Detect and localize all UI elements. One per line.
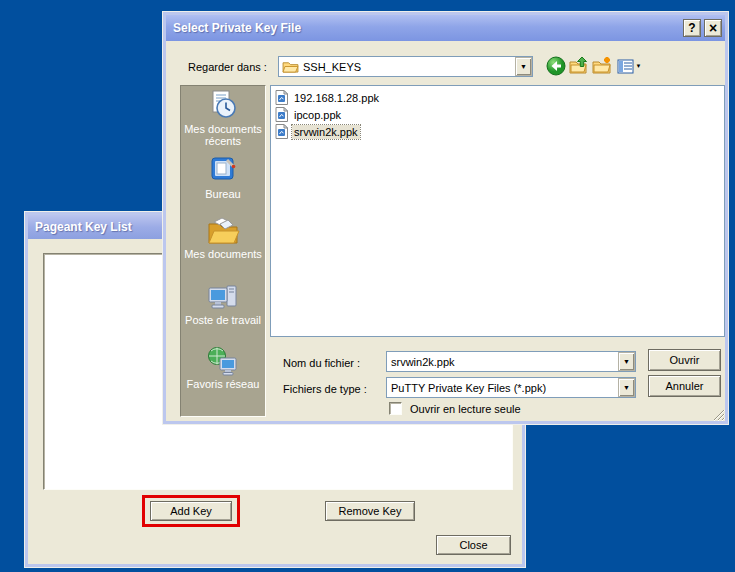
- place-label: Mes documents: [184, 248, 262, 260]
- annotation-red-box: Add Key: [142, 495, 240, 527]
- place-recent-documents[interactable]: Mes documents récents: [181, 89, 265, 147]
- chevron-down-icon[interactable]: ▼: [618, 352, 635, 371]
- desktop-icon: [207, 154, 239, 186]
- add-key-button[interactable]: Add Key: [150, 501, 232, 521]
- read-only-checkbox[interactable]: [389, 402, 402, 415]
- recent-documents-icon: [207, 89, 239, 121]
- place-label: Poste de travail: [185, 314, 261, 326]
- file-name: 192.168.1.28.ppk: [292, 91, 381, 105]
- back-icon[interactable]: [545, 55, 567, 77]
- read-only-label: Ouvrir en lecture seule: [410, 403, 521, 415]
- network-places-icon: [207, 346, 239, 376]
- ppk-file-icon: [275, 107, 288, 122]
- file-row[interactable]: 192.168.1.28.ppk: [273, 89, 722, 106]
- chevron-down-icon[interactable]: ▼: [515, 57, 532, 76]
- file-name: srvwin2k.ppk: [292, 125, 360, 139]
- close-icon[interactable]: ×: [704, 19, 722, 37]
- place-network[interactable]: Favoris réseau: [181, 346, 265, 390]
- place-my-computer[interactable]: Poste de travail: [181, 282, 265, 326]
- file-name-value: srvwin2k.ppk: [391, 356, 455, 368]
- places-bar: Mes documents récents Bureau: [180, 85, 266, 417]
- place-desktop[interactable]: Bureau: [181, 154, 265, 200]
- close-button[interactable]: Close: [436, 535, 511, 555]
- chevron-down-icon: ▼: [636, 63, 642, 69]
- dialog-title: Select Private Key File: [173, 21, 301, 35]
- file-type-combobox[interactable]: PuTTY Private Key Files (*.ppk) ▼: [386, 377, 636, 398]
- file-row[interactable]: ipcop.ppk: [273, 106, 722, 123]
- place-my-documents[interactable]: Mes documents: [181, 216, 265, 260]
- file-type-value: PuTTY Private Key Files (*.ppk): [391, 382, 546, 394]
- new-folder-icon[interactable]: [591, 55, 613, 77]
- cancel-button[interactable]: Annuler: [648, 375, 721, 397]
- place-label: Favoris réseau: [187, 378, 260, 390]
- look-in-value: SSH_KEYS: [303, 61, 361, 73]
- help-button[interactable]: ?: [683, 19, 701, 37]
- file-type-label: Fichiers de type :: [283, 383, 367, 395]
- dialog-content: Regarder dans : SSH_KEYS ▼: [169, 44, 722, 418]
- look-in-combobox[interactable]: SSH_KEYS ▼: [278, 56, 533, 77]
- views-menu-icon[interactable]: ▼: [615, 55, 643, 77]
- remove-key-button[interactable]: Remove Key: [325, 501, 415, 521]
- look-in-label: Regarder dans :: [188, 61, 267, 73]
- file-list[interactable]: 192.168.1.28.ppk ipcop.ppk srvwi: [270, 85, 725, 337]
- file-name: ipcop.ppk: [292, 108, 343, 122]
- folder-icon: [282, 60, 299, 73]
- chevron-down-icon[interactable]: ▼: [618, 378, 635, 397]
- file-name-label: Nom du fichier :: [283, 357, 360, 369]
- file-row-selected[interactable]: srvwin2k.ppk: [273, 123, 722, 140]
- place-label: Mes documents récents: [181, 123, 265, 147]
- resize-grip[interactable]: [712, 408, 726, 422]
- ppk-file-icon: [275, 90, 288, 105]
- my-computer-icon: [207, 282, 239, 312]
- place-label: Bureau: [205, 188, 240, 200]
- open-button[interactable]: Ouvrir: [648, 349, 721, 371]
- select-private-key-dialog: Select Private Key File ? × Regarder dan…: [163, 12, 728, 424]
- up-one-level-icon[interactable]: [568, 55, 590, 77]
- dialog-titlebar[interactable]: Select Private Key File ? ×: [166, 15, 725, 41]
- file-name-combobox[interactable]: srvwin2k.ppk ▼: [386, 351, 636, 372]
- pageant-title: Pageant Key List: [35, 220, 132, 234]
- ppk-file-icon: [275, 124, 288, 139]
- my-documents-icon: [206, 216, 240, 246]
